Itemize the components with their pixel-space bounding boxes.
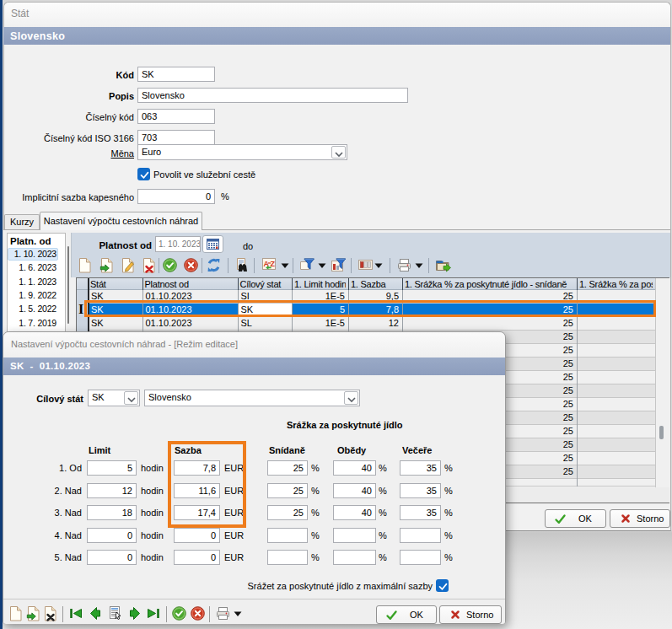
svg-text:Z: Z xyxy=(271,260,276,268)
